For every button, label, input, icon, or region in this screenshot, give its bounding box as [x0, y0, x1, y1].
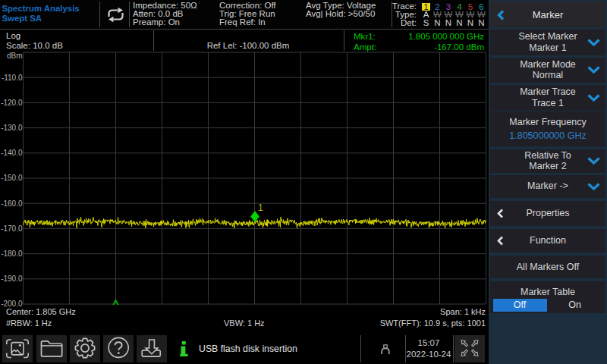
svg-text:1: 1 — [258, 202, 263, 213]
